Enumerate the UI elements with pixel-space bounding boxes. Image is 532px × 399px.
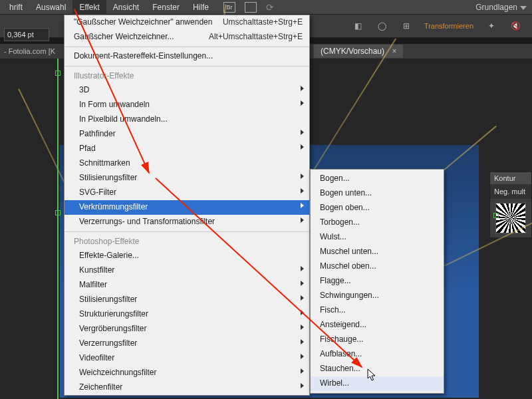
submenu-item[interactable]: Stauchen... — [311, 362, 444, 376]
menu-item[interactable]: Verzerrungs- und Transformationsfilter — [65, 215, 309, 229]
menu-item[interactable]: Gaußscher Weichzeichner...Alt+Umschaltta… — [65, 30, 309, 45]
workspace-label: Grundlagen — [475, 3, 517, 12]
menu-item[interactable]: Weichzeichnungsfilter — [65, 366, 309, 380]
menu-item[interactable]: Kunstfilter — [65, 263, 309, 278]
close-icon[interactable]: × — [392, 47, 396, 56]
speaker-icon[interactable]: 🔇 — [509, 20, 521, 32]
submenu-item[interactable]: Muschel oben... — [311, 259, 444, 274]
tab-label: (CMYK/Vorschau) — [321, 47, 384, 56]
menu-item[interactable]: Verzerrungsfilter — [65, 336, 309, 351]
menu-item[interactable]: Dokument-Rastereffekt-Einstellungen... — [65, 49, 309, 64]
menu-item[interactable]: Strukturierungsfilter — [65, 307, 309, 322]
menu-item[interactable]: Effekte-Galerie... — [65, 249, 309, 263]
menu-item[interactable]: SVG-Filter — [65, 186, 309, 200]
menu-auswahl[interactable]: Auswahl — [29, 0, 72, 15]
submenu-item[interactable]: Bogen... — [311, 172, 444, 186]
isolate-icon[interactable]: ✦ — [485, 20, 497, 32]
stroke-panel[interactable]: Kontur Neg. mult — [489, 172, 532, 238]
globe-icon[interactable]: ◯ — [376, 20, 388, 32]
menu-item[interactable]: In Form umwandeln — [65, 98, 309, 112]
submenu-item[interactable]: Aufblasen... — [311, 347, 444, 362]
submenu-item[interactable]: Fisch... — [311, 303, 444, 318]
menu-item[interactable]: 3D — [65, 83, 309, 98]
menu-item[interactable]: Malfilter — [65, 278, 309, 293]
menu-item[interactable]: Stilisierungsfilter — [65, 293, 309, 307]
menu-item[interactable]: Pathfinder — [65, 127, 309, 142]
menu-fenster[interactable]: Fenster — [146, 0, 186, 15]
control-bar-right: ◧ ◯ ⊞ Transformieren ✦ 🔇 — [352, 15, 532, 37]
workspace-switcher[interactable]: Grundlagen — [475, 0, 527, 15]
menu-header: Photoshop-Effekte — [65, 234, 309, 249]
submenu-item[interactable]: Schwingungen... — [311, 289, 444, 303]
effect-menu[interactable]: "Gaußscher Weichzeichner" anwendenUmscha… — [64, 15, 310, 396]
menu-item[interactable]: Vergröberungsfilter — [65, 322, 309, 336]
align-icon[interactable]: ⊞ — [400, 20, 412, 32]
menu-item[interactable]: Videofilter — [65, 351, 309, 366]
menu-item[interactable]: Verkrümmungsfilter — [65, 200, 309, 215]
layout-icon[interactable] — [245, 2, 257, 13]
warp-submenu[interactable]: Bogen...Bogen unten...Bogen oben...Torbo… — [310, 169, 444, 394]
tab-partial-left[interactable]: - Fotolia.com [K — [0, 47, 59, 55]
submenu-item[interactable]: Wulst... — [311, 230, 444, 245]
menu-ansicht[interactable]: Ansicht — [106, 0, 146, 15]
menu-item[interactable]: Schnittmarken — [65, 156, 309, 171]
opacity-icon[interactable]: ◧ — [352, 20, 364, 32]
menu-item[interactable]: Zeichenfilter — [65, 380, 309, 395]
menubar: hriftAuswahlEffektAnsichtFensterHilfe Br… — [0, 0, 532, 15]
menu-effekt[interactable]: Effekt — [72, 0, 106, 15]
panel-tab[interactable]: Kontur — [490, 172, 531, 184]
submenu-item[interactable]: Ansteigend... — [311, 318, 444, 332]
menu-hilfe[interactable]: Hilfe — [186, 0, 215, 15]
menu-item[interactable]: In Pixelbild umwandeln... — [65, 112, 309, 127]
panel-row[interactable]: Neg. mult — [490, 184, 531, 199]
menu-item[interactable]: "Gaußscher Weichzeichner" anwendenUmscha… — [65, 15, 309, 30]
submenu-item[interactable]: Flagge... — [311, 274, 444, 289]
menu-header: Illustrator-Effekte — [65, 68, 309, 83]
stroke-weight-input[interactable]: 0,364 pt — [4, 28, 49, 41]
menu-hrift[interactable]: hrift — [3, 0, 29, 15]
submenu-item[interactable]: Torbogen... — [311, 215, 444, 230]
submenu-item[interactable]: Bogen unten... — [311, 186, 444, 201]
submenu-item[interactable]: Wirbel... — [311, 376, 444, 391]
transform-link[interactable]: Transformieren — [424, 22, 473, 30]
menu-item[interactable]: Pfad — [65, 142, 309, 156]
submenu-item[interactable]: Fischauge... — [311, 332, 444, 347]
menu-item[interactable]: Stilisierungsfilter — [65, 171, 309, 186]
sync-icon[interactable]: ⟳ — [266, 2, 274, 13]
menubar-icons: Br ⟳ — [223, 2, 274, 13]
submenu-item[interactable]: Bogen oben... — [311, 201, 444, 215]
submenu-item[interactable]: Muschel unten... — [311, 245, 444, 259]
